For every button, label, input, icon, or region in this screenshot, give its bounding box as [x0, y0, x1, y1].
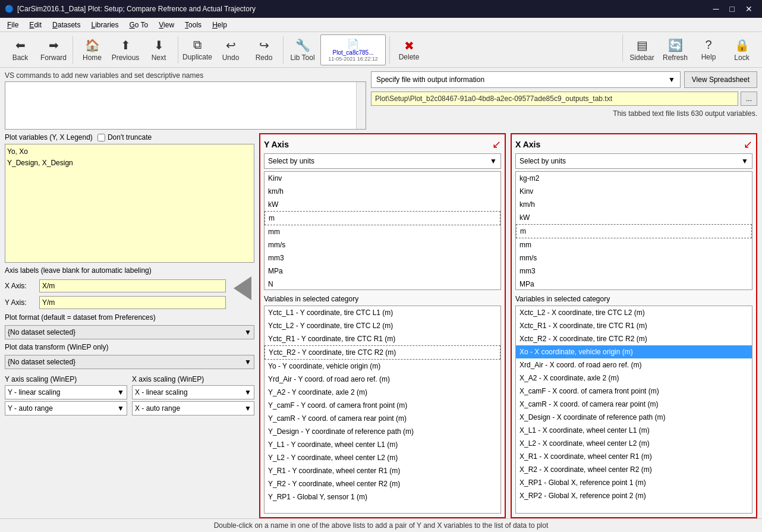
x-var-item[interactable]: Xrd_Air - X coord. of road aero ref. (m)	[516, 358, 752, 372]
y-var-item[interactable]: Y_L2 - Y coordinate, wheel center L2 (m)	[265, 451, 500, 464]
menu-tools[interactable]: Tools	[180, 20, 206, 30]
y-units-dropdown[interactable]: Select by units ▼	[264, 153, 501, 169]
y-var-item[interactable]: Yctc_L2 - Y coordinate, tire CTC L2 (m)	[265, 319, 500, 332]
y-unit-item[interactable]: mm	[265, 225, 500, 238]
next-button[interactable]: ⬇ Next	[143, 34, 174, 65]
x-unit-item[interactable]: Kinv	[516, 185, 752, 198]
menu-edit[interactable]: Edit	[24, 20, 46, 30]
x-var-item[interactable]: X_RP1 - Global X, reference point 1 (m)	[516, 476, 752, 489]
refresh-button[interactable]: 🔄 Refresh	[660, 34, 691, 65]
undo-button[interactable]: ↩ Undo	[215, 34, 246, 65]
y-var-item[interactable]: Y_R2 - Y coordinate, wheel center R2 (m)	[265, 477, 500, 490]
x-var-item[interactable]: X_Design - X coordinate of reference pat…	[516, 411, 752, 424]
data-transform-dropdown[interactable]: {No dataset selected} ▼	[5, 355, 254, 369]
sidebar-button[interactable]: ▤ Sidebar	[626, 34, 657, 65]
close-button[interactable]: ✕	[741, 3, 757, 15]
x-unit-item[interactable]: km/h	[516, 198, 752, 211]
y-unit-item[interactable]: km/h	[265, 185, 500, 198]
y-unit-item[interactable]: Kinv	[265, 172, 500, 185]
plot-vars-list[interactable]: Yo, Xo Y_Design, X_Design	[5, 144, 254, 263]
maximize-button[interactable]: □	[725, 3, 739, 15]
y-var-item[interactable]: Y_L1 - Y coordinate, wheel center L1 (m)	[265, 438, 500, 451]
menu-libraries[interactable]: Libraries	[86, 20, 123, 30]
menu-file[interactable]: File	[2, 20, 23, 30]
x-unit-item[interactable]: kW	[516, 211, 752, 224]
plot-var-item-1[interactable]: Yo, Xo	[7, 146, 252, 158]
vs-commands-area: VS commands to add new variables and set…	[5, 71, 366, 130]
view-spreadsheet-button[interactable]: View Spreadsheet	[684, 71, 757, 88]
y-unit-item[interactable]: mm3	[265, 251, 500, 265]
menu-view[interactable]: View	[154, 20, 179, 30]
y-var-item[interactable]: Y_camF - Y coord. of camera front point …	[265, 399, 500, 412]
x-var-item[interactable]: X_camR - X coord. of camera rear point (…	[516, 398, 752, 411]
lock-button[interactable]: 🔒 Lock	[726, 34, 757, 65]
parsfile-button[interactable]: 📄 Plot_ca8c785... 11-05-2021 16:22:12	[320, 34, 386, 65]
plot-format-dropdown[interactable]: {No dataset selected} ▼	[5, 325, 254, 339]
menu-datasets[interactable]: Datasets	[48, 20, 85, 30]
y-unit-item[interactable]: mm/s	[265, 238, 500, 251]
specify-dropdown[interactable]: Specify file with output information ▼	[371, 71, 681, 88]
y-unit-item[interactable]: N	[265, 278, 500, 290]
menu-goto[interactable]: Go To	[124, 20, 153, 30]
dont-truncate-checkbox[interactable]	[97, 134, 105, 141]
x-unit-item[interactable]: mm3	[516, 265, 752, 278]
x-vars-list[interactable]: Xctc_L2 - X coordinate, tire CTC L2 (m)X…	[515, 306, 752, 514]
back-label: Back	[12, 53, 29, 62]
x-units-dropdown[interactable]: Select by units ▼	[515, 153, 752, 169]
dont-truncate-label[interactable]: Don't truncate	[97, 133, 152, 141]
home-button[interactable]: 🏠 Home	[77, 34, 108, 65]
x-var-item[interactable]: Xctc_R1 - X coordinate, tire CTC R1 (m)	[516, 319, 752, 332]
plot-var-item-2[interactable]: Y_Design, X_Design	[7, 158, 252, 169]
y-var-item[interactable]: Yo - Y coordinate, vehicle origin (m)	[265, 360, 500, 373]
x-unit-item[interactable]: mm	[516, 238, 752, 251]
libtool-button[interactable]: 🔧 Lib Tool	[287, 34, 318, 65]
y-var-item[interactable]: Yctc_R2 - Y coordinate, tire CTC R2 (m)	[265, 345, 500, 360]
delete-button[interactable]: ✖ Delete	[393, 34, 424, 65]
y-unit-item[interactable]: m	[265, 211, 500, 225]
y-unit-item[interactable]: kW	[265, 198, 500, 211]
x-var-item[interactable]: X_L1 - X coordinate, wheel center L1 (m)	[516, 424, 752, 437]
y-var-item[interactable]: Y_camR - Y coord. of camera rear point (…	[265, 412, 500, 425]
vs-scrollbar[interactable]	[356, 82, 366, 129]
x-axis-input[interactable]	[39, 279, 226, 292]
minimize-button[interactable]: ─	[709, 3, 724, 15]
x-var-item[interactable]: Xctc_L2 - X coordinate, tire CTC L2 (m)	[516, 306, 752, 319]
x-auto-range-dropdown[interactable]: X - auto range ▼	[132, 401, 254, 415]
x-unit-item[interactable]: kg-m2	[516, 172, 752, 185]
x-unit-item[interactable]: mm/s	[516, 251, 752, 265]
x-var-item[interactable]: X_RP2 - Global X, reference point 2 (m)	[516, 489, 752, 502]
x-var-item[interactable]: X_R2 - X coordinate, wheel center R2 (m)	[516, 463, 752, 476]
y-units-list[interactable]: Kinvkm/hkWmmmmm/smm3MPaNN-m	[264, 171, 501, 290]
x-unit-item[interactable]: MPa	[516, 278, 752, 290]
y-var-item[interactable]: Y_Design - Y coordinate of reference pat…	[265, 425, 500, 438]
y-unit-item[interactable]: MPa	[265, 265, 500, 278]
y-var-item[interactable]: Y_A2 - Y coordinate, axle 2 (m)	[265, 386, 500, 399]
y-var-item[interactable]: Y_RP1 - Global Y, sensor 1 (m)	[265, 490, 500, 503]
browse-button[interactable]: ...	[741, 92, 757, 106]
x-var-item[interactable]: Xo - X coordinate, vehicle origin (m)	[516, 345, 752, 358]
x-var-item[interactable]: X_R1 - X coordinate, wheel center R1 (m)	[516, 450, 752, 463]
x-var-item[interactable]: X_A2 - X coordinate, axle 2 (m)	[516, 372, 752, 385]
vs-commands-box[interactable]	[5, 81, 366, 130]
x-unit-item[interactable]: m	[516, 224, 752, 238]
previous-button[interactable]: ⬆ Previous	[110, 34, 141, 65]
help-button[interactable]: ? Help	[693, 34, 724, 65]
menu-help[interactable]: Help	[207, 20, 232, 30]
y-axis-input[interactable]	[39, 296, 226, 309]
y-var-item[interactable]: Y_R1 - Y coordinate, wheel center R1 (m)	[265, 464, 500, 477]
y-linear-scaling-dropdown[interactable]: Y - linear scaling ▼	[5, 385, 127, 399]
y-auto-range-dropdown[interactable]: Y - auto range ▼	[5, 401, 127, 415]
x-units-list[interactable]: kg-m2Kinvkm/hkWmmmmm/smm3MPaN	[515, 171, 752, 290]
y-var-item[interactable]: Yctc_L1 - Y coordinate, tire CTC L1 (m)	[265, 306, 500, 319]
x-var-item[interactable]: Xctc_R2 - X coordinate, tire CTC R2 (m)	[516, 332, 752, 345]
x-linear-scaling-dropdown[interactable]: X - linear scaling ▼	[132, 385, 254, 399]
x-var-item[interactable]: X_camF - X coord. of camera front point …	[516, 385, 752, 398]
redo-button[interactable]: ↪ Redo	[248, 34, 279, 65]
forward-button[interactable]: ➡ Forward	[38, 34, 69, 65]
x-var-item[interactable]: X_L2 - X coordinate, wheel center L2 (m)	[516, 437, 752, 450]
y-var-item[interactable]: Yrd_Air - Y coord. of road aero ref. (m)	[265, 373, 500, 386]
back-button[interactable]: ⬅ Back	[5, 34, 36, 65]
y-var-item[interactable]: Yctc_R1 - Y coordinate, tire CTC R1 (m)	[265, 332, 500, 345]
duplicate-button[interactable]: ⧉ Duplicate	[182, 34, 213, 65]
y-vars-list[interactable]: Yctc_L1 - Y coordinate, tire CTC L1 (m)Y…	[264, 306, 501, 514]
